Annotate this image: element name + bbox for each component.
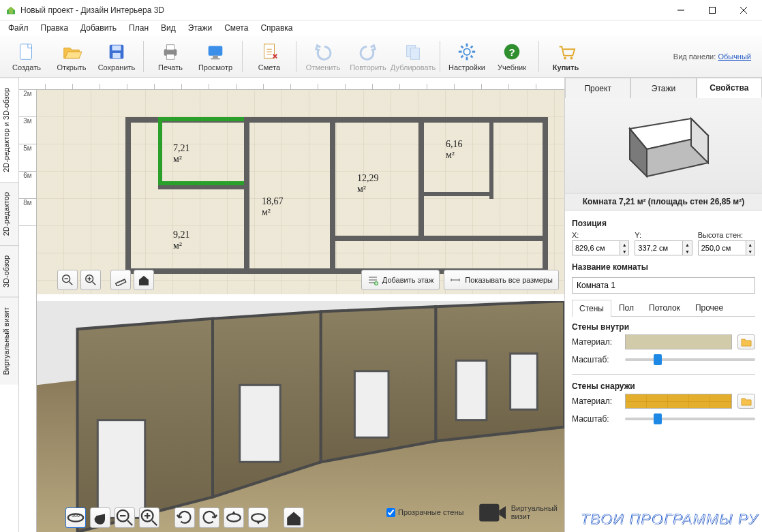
toolbar-separator xyxy=(242,41,243,72)
zoom-in-3d-button[interactable] xyxy=(139,507,159,528)
svg-point-38 xyxy=(227,514,241,521)
menu-estimate[interactable]: Смета xyxy=(219,22,254,34)
inside-material-browse[interactable] xyxy=(737,334,755,349)
mtab-walls[interactable]: Стены xyxy=(572,300,611,317)
menu-floors[interactable]: Этажи xyxy=(183,22,217,34)
toolbar-separator xyxy=(538,41,539,72)
svg-rect-33 xyxy=(97,420,144,518)
svg-rect-9 xyxy=(213,55,218,58)
wall-height-input[interactable]: ▲▼ xyxy=(698,240,755,255)
tb-preview[interactable]: Просмотр xyxy=(193,37,238,76)
menu-add[interactable]: Добавить xyxy=(75,22,122,34)
svg-rect-29 xyxy=(240,385,281,462)
right-panel: Проект Этажи Свойства Комната 7,21 м² (п… xyxy=(564,78,762,532)
tb-estimate[interactable]: Смета xyxy=(247,37,292,76)
rtab-properties[interactable]: Свойства xyxy=(697,78,762,98)
zoom-in-button[interactable] xyxy=(80,270,101,290)
tb-open[interactable]: Открыть xyxy=(49,37,94,76)
tb-save[interactable]: Сохранить xyxy=(94,37,139,76)
tb-redo[interactable]: Повторить xyxy=(346,37,391,76)
vtab-2d[interactable]: 2D-редактор xyxy=(0,182,18,245)
svg-rect-13 xyxy=(410,48,419,59)
view3d-options: Прозрачные стены Виртуальный визит xyxy=(386,497,558,528)
plan-tools xyxy=(57,270,154,290)
reset-view-button[interactable] xyxy=(284,507,304,528)
zoom-out-3d-button[interactable] xyxy=(115,507,135,528)
outside-material-browse[interactable] xyxy=(737,394,755,409)
plan-2d-viewport[interactable]: 7,21 м² 6,16 м² 12,29 м² 18,67 м² 9,21 м… xyxy=(37,90,564,294)
show-dimensions-button[interactable]: Показывать все размеры xyxy=(444,270,559,290)
svg-point-14 xyxy=(463,48,470,54)
pan-button[interactable] xyxy=(90,507,110,528)
svg-rect-1 xyxy=(20,44,32,59)
room-label: 6,16 м² xyxy=(446,139,463,161)
tb-buy[interactable]: Купить xyxy=(543,37,588,76)
pos-x-input[interactable]: ▲▼ xyxy=(572,240,629,255)
orbit-360-button[interactable]: 360 xyxy=(65,507,86,528)
mtab-floor[interactable]: Пол xyxy=(611,299,641,316)
tb-create[interactable]: Создать xyxy=(4,37,49,76)
menu-edit[interactable]: Правка xyxy=(35,22,74,34)
tb-help[interactable]: ?Учебник xyxy=(489,37,534,76)
rotate-ccw-button[interactable] xyxy=(174,507,195,528)
position-section: Позиция X: ▲▼ Y: ▲▼ Высота стен: ▲▼ Назв… xyxy=(565,210,762,433)
panel-view-switcher: Вид панели: Обычный xyxy=(673,52,758,61)
inside-material-swatch[interactable] xyxy=(625,334,732,349)
walls-outside-group: Стены снаружи Материал: Масштаб: xyxy=(572,381,755,426)
rtab-floors[interactable]: Этажи xyxy=(630,78,696,98)
left-tabs: 2D-редактор и 3D-обзор 2D-редактор 3D-об… xyxy=(0,78,19,532)
menu-view[interactable]: Вид xyxy=(155,22,181,34)
tilt-down-button[interactable] xyxy=(248,507,269,528)
room-label: 9,21 м² xyxy=(173,230,190,251)
svg-rect-31 xyxy=(456,360,487,420)
svg-text:360: 360 xyxy=(72,513,80,518)
room-label: 12,29 м² xyxy=(357,173,379,195)
ruler-horizontal: м4м5м 6м7м8м 9м10м11м 12м13м14м 15м16м17… xyxy=(19,78,564,90)
tb-print[interactable]: Печать xyxy=(148,37,193,76)
watermark: ТВОИ ПРОГРАММЫ РУ xyxy=(580,510,758,528)
svg-point-17 xyxy=(564,57,566,59)
tilt-up-button[interactable] xyxy=(224,507,244,528)
svg-rect-30 xyxy=(354,371,388,438)
tb-settings[interactable]: Настройки xyxy=(444,37,489,76)
window-minimize-button[interactable] xyxy=(665,0,697,20)
view-3d-viewport[interactable]: 360 Прозрачные стены xyxy=(37,301,564,532)
tb-undo[interactable]: Отменить xyxy=(301,37,346,76)
window-close-button[interactable] xyxy=(728,0,759,20)
svg-text:?: ? xyxy=(508,46,515,57)
tb-duplicate[interactable]: Дублировать xyxy=(391,37,436,76)
window-maximize-button[interactable] xyxy=(697,0,728,20)
home-button[interactable] xyxy=(134,270,154,290)
pos-y-input[interactable]: ▲▼ xyxy=(635,240,692,255)
menu-file[interactable]: Файл xyxy=(3,22,34,34)
room-name-input[interactable] xyxy=(572,277,755,294)
vtab-3d[interactable]: 3D-обзор xyxy=(0,245,18,297)
panel-view-link[interactable]: Обычный xyxy=(718,52,751,61)
transparent-walls-toggle[interactable]: Прозрачные стены xyxy=(386,508,463,517)
window-title: Новый проект - Дизайн Интерьера 3D xyxy=(20,5,665,15)
menu-plan[interactable]: План xyxy=(123,22,154,34)
zoom-out-button[interactable] xyxy=(57,270,78,290)
mtab-ceiling[interactable]: Потолок xyxy=(641,299,688,316)
virtual-visit-button[interactable]: Виртуальный визит xyxy=(477,497,558,528)
outside-scale-slider[interactable] xyxy=(625,411,755,426)
menu-help[interactable]: Справка xyxy=(255,22,298,34)
floor-controls: Добавить этаж Показывать все размеры xyxy=(361,270,559,290)
outside-material-swatch[interactable] xyxy=(625,394,732,409)
ruler-vertical: 2м3м5м 6м8м xyxy=(19,90,37,532)
svg-rect-6 xyxy=(166,44,174,50)
toolbar-separator xyxy=(440,41,440,72)
mtab-other[interactable]: Прочее xyxy=(688,299,731,316)
rotate-cw-button[interactable] xyxy=(199,507,219,528)
room-label: 18,67 м² xyxy=(262,196,284,218)
material-tabs: Стены Пол Потолок Прочее xyxy=(572,299,755,317)
vtab-2d3d[interactable]: 2D-редактор и 3D-обзор xyxy=(0,78,18,182)
rtab-project[interactable]: Проект xyxy=(565,78,630,98)
right-tabs: Проект Этажи Свойства xyxy=(565,78,762,98)
vtab-virtual[interactable]: Виртуальный визит xyxy=(0,297,18,385)
inside-scale-slider[interactable] xyxy=(625,352,755,367)
svg-rect-7 xyxy=(166,54,174,59)
measure-button[interactable] xyxy=(110,270,131,290)
add-floor-button[interactable]: Добавить этаж xyxy=(361,270,440,290)
room-3d-preview[interactable] xyxy=(565,98,762,193)
